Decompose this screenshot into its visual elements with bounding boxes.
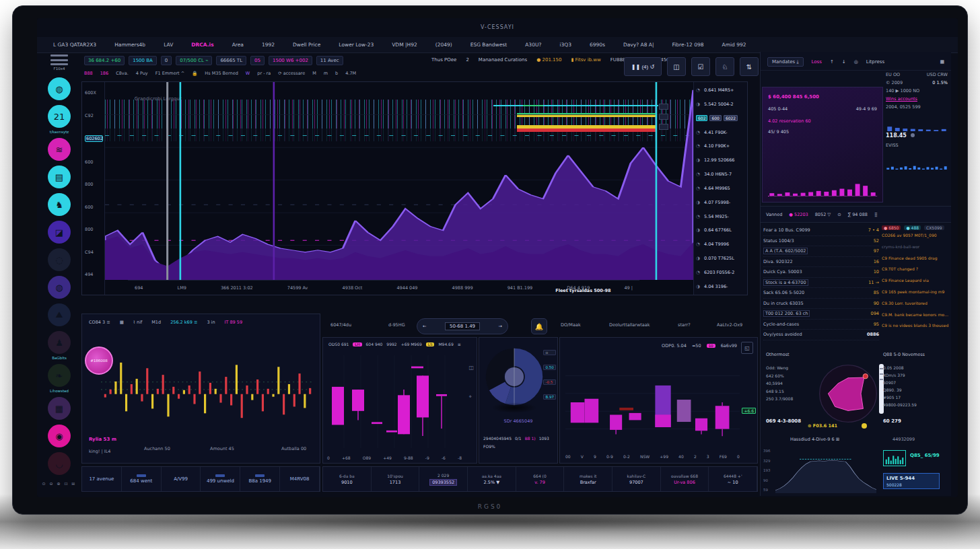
menu-item[interactable]: Davy? A8 A| bbox=[623, 42, 654, 48]
menu-item[interactable]: Hammers4b bbox=[114, 42, 145, 48]
bottom-tab[interactable]: 17 avenue bbox=[82, 467, 122, 491]
watchlist-row[interactable]: Cycle-and-cases 95 bbox=[763, 320, 879, 330]
bars-header-item[interactable]: ODP0. 5.04 bbox=[662, 343, 687, 349]
bottom-tab[interactable]: A/V99 bbox=[162, 467, 201, 491]
sidebar-icon[interactable]: ▤ bbox=[48, 166, 71, 188]
news-item[interactable]: C9.M. bank became konors mode bbox=[882, 312, 949, 324]
menu-item[interactable]: ESG Bandwest bbox=[470, 42, 508, 48]
order-book-row[interactable]: ◔ 0.641 M4R5+ bbox=[696, 85, 745, 96]
toolbar-option[interactable]: F1 Emmert ^ bbox=[155, 71, 184, 76]
watchlist-row[interactable]: Fear a 10 Bus. C9099 7 • 4 bbox=[763, 225, 879, 236]
toolbar-segment[interactable]: 66665 TL bbox=[216, 56, 246, 65]
hamburger-menu-icon[interactable] bbox=[50, 54, 68, 65]
candle-header-item[interactable]: M94.69 bbox=[438, 342, 453, 346]
tab-loss[interactable]: Loss bbox=[812, 59, 822, 65]
toolbar-option[interactable]: b bbox=[335, 71, 338, 76]
toolbar-segment[interactable]: 1500 W6 +002 bbox=[269, 56, 312, 65]
tab-mandates[interactable]: Mandates ⤓ bbox=[767, 57, 804, 67]
watchlist-row[interactable]: Duick Cya. 50003 10 bbox=[763, 267, 879, 278]
order-book-row[interactable]: ◔ 4.04 T9996 bbox=[696, 239, 745, 250]
bell-icon[interactable]: 🔔 bbox=[531, 318, 547, 334]
chart-action-button[interactable]: ☑ bbox=[691, 57, 710, 76]
toolbar-option[interactable]: M bbox=[312, 71, 316, 76]
order-book-row[interactable]: ◑ 4.04 3196- bbox=[696, 281, 745, 292]
order-book-row[interactable]: ◔ 5.54 M925- bbox=[696, 211, 745, 222]
watchlist-row[interactable]: Status 1004/3 52 bbox=[763, 236, 879, 247]
toolbar-segment[interactable]: 11 Avec bbox=[316, 56, 343, 65]
news-item[interactable]: CO266 av 9057 M0T/1_090 bbox=[882, 233, 949, 244]
sidebar-icon[interactable]: ◡ bbox=[48, 452, 71, 475]
toolbar-option[interactable]: 4 Puy bbox=[136, 71, 148, 76]
news-item[interactable]: C9 165 peek montamal-ing m9 bbox=[882, 289, 949, 301]
watchlist-row[interactable]: Diva. 920322 16 bbox=[763, 257, 879, 268]
menu-item[interactable]: Area bbox=[232, 42, 244, 48]
menu-item[interactable]: VDM |H92 bbox=[392, 42, 417, 48]
order-book-row[interactable]: ◑ 12.99 520666 bbox=[696, 155, 745, 166]
menu-item[interactable]: Fibre-12 098 bbox=[672, 42, 703, 48]
watchlist-row[interactable]: Ovy/yess avoided 0886 bbox=[763, 330, 879, 340]
sidebar-icon[interactable]: ≋ bbox=[48, 138, 71, 161]
sidebar-icon[interactable]: ◪ bbox=[48, 221, 71, 244]
side-tool-icon[interactable]: ⌖ bbox=[468, 394, 474, 400]
menu-item[interactable]: i3Q3 bbox=[559, 42, 571, 48]
sidebar-icon[interactable]: ❧ bbox=[48, 364, 71, 387]
menu-item[interactable]: (2049) bbox=[435, 42, 452, 48]
toolbar-option[interactable]: 4.7M bbox=[345, 71, 356, 76]
candle-header-item[interactable]: +69 M969 bbox=[401, 342, 422, 346]
chart-action-button[interactable]: ⇅ bbox=[740, 57, 759, 76]
news-item[interactable]: C9.T0T changed ? bbox=[882, 266, 949, 278]
prev-arrow[interactable]: ← bbox=[423, 324, 426, 329]
news-filter-badge[interactable]: CX5099 bbox=[924, 225, 944, 230]
side-tool-icon[interactable]: ◫ bbox=[468, 365, 474, 371]
toolbar-option[interactable]: 186 bbox=[100, 71, 108, 76]
watchlist-toolbar-item[interactable]: ⣿ bbox=[874, 212, 878, 217]
watchlist-toolbar-item[interactable]: Vanned bbox=[766, 212, 782, 217]
order-book-row[interactable]: ◑ 5.542 5004-2 bbox=[696, 99, 745, 110]
order-book-row[interactable]: ◔ 4.10 F90K+ bbox=[696, 141, 745, 151]
toolbar-segment[interactable]: 36 684.2 +60 bbox=[84, 56, 125, 65]
bars-header-item[interactable]: 6a6v99 bbox=[721, 343, 737, 349]
order-book-row[interactable]: ◑ 0.64 67766L bbox=[696, 225, 745, 235]
watchlist-row[interactable]: Du in cruck 63035 90 bbox=[763, 299, 879, 309]
bottom-tab[interactable]: B8a 1949 bbox=[240, 467, 280, 491]
live-session-box[interactable]: LIVE 5-944 500228 bbox=[883, 473, 940, 489]
menu-item[interactable]: Lower Low-23 bbox=[339, 42, 374, 48]
candle-header-item[interactable]: 9992 bbox=[386, 342, 396, 346]
order-book-row[interactable]: ◑ 4.07 F5998- bbox=[696, 197, 745, 208]
news-filter-badge[interactable]: ● 6850 bbox=[882, 225, 901, 230]
toolbar-segment[interactable]: 07/500 CL ⌁ bbox=[176, 56, 212, 65]
sidebar-icon[interactable]: ◉ bbox=[48, 425, 71, 447]
toolbar-option[interactable]: pr - ra bbox=[257, 71, 271, 76]
toolbar-option[interactable]: W bbox=[246, 71, 250, 76]
order-book-row[interactable]: 602 600 6022 bbox=[696, 113, 745, 124]
sort-down-icon[interactable]: ↓ bbox=[842, 59, 846, 65]
order-book-row[interactable]: ◔ 34.0 H6N5-7 bbox=[696, 169, 745, 180]
news-item[interactable]: C9 Finance dead 5905 drag bbox=[882, 256, 949, 267]
candle-header-item[interactable]: 604 940 bbox=[366, 342, 383, 346]
candle-header-item[interactable]: ≡ bbox=[458, 342, 461, 346]
sort-up-icon[interactable]: ↑ bbox=[830, 59, 834, 65]
news-item[interactable]: C9 is no videos blands 3 thoused bbox=[882, 323, 949, 334]
chart-plot-area[interactable]: Grandicrobi Lurgqur 694LM9366 2011 3:027… bbox=[105, 82, 693, 295]
news-item[interactable]: C9 Finance Leapard via bbox=[882, 278, 949, 289]
order-book-row[interactable]: ◔ 4.64 M9965 bbox=[696, 183, 745, 194]
sidebar-icon[interactable]: ◍ bbox=[48, 77, 71, 100]
watchlist-toolbar-item[interactable]: ⊙ bbox=[837, 212, 841, 217]
watchlist-toolbar-item[interactable]: ● 52203 bbox=[789, 212, 808, 217]
watchlist-toolbar-item[interactable]: 8052 ▽ bbox=[815, 212, 831, 217]
order-book-row[interactable]: ◔ 6203 F0556-2 bbox=[696, 267, 745, 278]
candle-header-item[interactable]: LS bbox=[426, 342, 435, 346]
chart-action-button[interactable]: ❚❚ (4) ↺ bbox=[624, 57, 662, 76]
sidebar-icon[interactable]: 21 bbox=[48, 105, 71, 128]
candle-header-item[interactable]: LH bbox=[353, 342, 361, 346]
chart-action-button[interactable]: ♘ bbox=[715, 57, 734, 76]
menu-item[interactable]: L GA3 QATAR2X3 bbox=[53, 42, 96, 48]
candle-header-item[interactable]: ODS0 691 bbox=[328, 342, 349, 346]
toolbar-segment[interactable]: 1500 BA bbox=[129, 56, 157, 65]
price-area-chart[interactable]: Grandicrobi Lurgqur bbox=[105, 82, 693, 280]
toolbar-option[interactable]: B88 bbox=[84, 71, 93, 76]
bars-header-item[interactable]: =50 bbox=[692, 343, 701, 349]
sidebar-icon[interactable]: ◌ bbox=[48, 248, 71, 271]
watchlist-row[interactable]: Stock is a 4-63700 11 → bbox=[763, 278, 879, 289]
bottom-tab[interactable]: 499 unweld bbox=[201, 467, 240, 491]
